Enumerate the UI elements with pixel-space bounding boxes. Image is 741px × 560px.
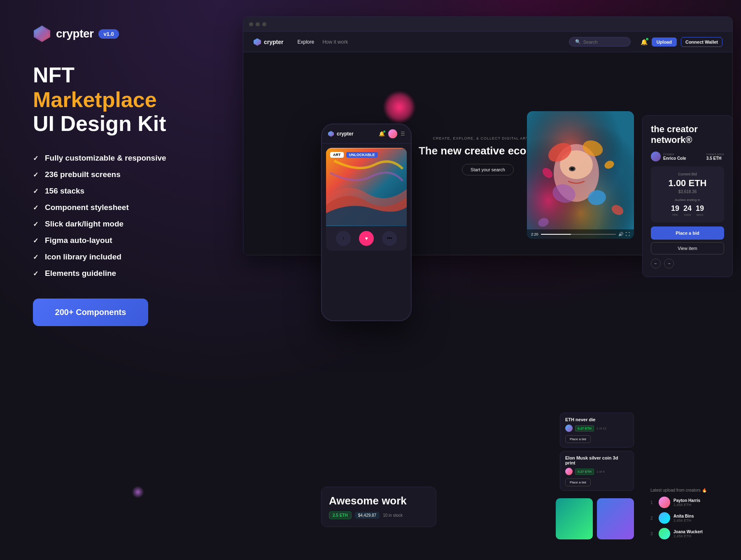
creator-list-item: 2 Anita Bins 2,456 ETH [650, 512, 733, 524]
artwork-info-card: Awesome work 2.5 ETH $4,429.87 10 in sto… [321, 487, 436, 527]
connect-wallet-button[interactable]: Connect Wallet [681, 37, 722, 47]
notification-icon[interactable]: 🔔 [641, 39, 648, 45]
avatar[interactable] [388, 129, 397, 138]
creator-row-info: Payton Harris 2,456 ETH [673, 498, 733, 507]
mobile-logo-text: crypter [337, 131, 354, 137]
creator-network-panel: the creator network® Creator Enrico Cole… [642, 115, 733, 277]
svg-marker-20 [328, 131, 334, 137]
list-item: ✓ Figma auto-layout [33, 236, 185, 245]
creator-network-title: the creator network® [651, 124, 724, 146]
logo-row: crypter v1.0 [33, 25, 185, 43]
check-icon: ✓ [33, 187, 38, 195]
creator-row-eth: 2,456 ETH [673, 518, 733, 523]
nav-actions: 🔔 Upload Connect Wallet [641, 37, 722, 47]
usd-price-badge: $4,429.87 [355, 512, 380, 519]
hamburger-menu-icon[interactable]: ☰ [401, 131, 405, 137]
listing-of: 1 of 4 [597, 470, 605, 474]
stock-count: 10 in stock [383, 513, 403, 518]
headline-line2: UI Design Kit [33, 112, 185, 135]
svg-point-15 [571, 168, 574, 170]
listing-eth: 0.27 ETH [575, 425, 594, 432]
creator-label: Creator [663, 152, 686, 156]
feature-text: Icon library included [45, 252, 121, 261]
auction-timer: 19 Hrs 24 mins 19 secs [657, 204, 718, 217]
next-arrow-button[interactable]: → [664, 259, 674, 268]
like-button[interactable]: ♥ [359, 231, 374, 246]
mobile-mockup: crypter 🔔 ☰ [321, 124, 412, 321]
check-icon: ✓ [33, 204, 38, 212]
creator-row-eth: 2,456 ETH [673, 503, 733, 507]
bid-card: Current Bid 1.00 ETH $3,618.36 Auction e… [651, 166, 724, 222]
creators-list-panel: Latest upload from creators 🔥 1 Payton H… [650, 488, 733, 544]
check-icon: ✓ [33, 270, 38, 278]
creator-row-avatar [659, 497, 670, 508]
eth-listing-item: ETH never die 0.27 ETH 1 of 12 Place a b… [560, 413, 634, 448]
share-button[interactable]: ↑ [336, 231, 351, 246]
artwork-meta: 2.5 ETH $4,429.87 10 in stock [329, 511, 429, 519]
nav-search[interactable]: 🔍 [569, 37, 631, 47]
creator-row-avatar [659, 528, 670, 539]
prev-arrow-button[interactable]: ← [651, 259, 661, 268]
listing-meta: 0.27 ETH 1 of 12 [565, 425, 629, 432]
creator-row-eth: 2,456 ETH [673, 534, 733, 538]
fullscreen-icon[interactable]: ⛶ [626, 232, 630, 236]
eth-price-badge: 2.5 ETH [329, 511, 352, 519]
upload-button[interactable]: Upload [652, 37, 677, 47]
secs-value: 19 [696, 204, 704, 213]
bottom-nft-thumbnails [556, 498, 634, 539]
check-icon: ✓ [33, 171, 38, 179]
logo-text: crypter [56, 27, 93, 40]
progress-bar[interactable] [541, 234, 616, 235]
listing-of: 1 of 12 [597, 427, 606, 430]
creator-rank: 1 [650, 500, 655, 505]
painting-nft-image: 2:20 🔊 ⛶ [527, 111, 634, 239]
list-item: ✓ 156 stacks [33, 187, 185, 196]
feature-text: 236 prebuilt screens [45, 170, 121, 179]
notification-dot [646, 38, 648, 40]
logo-diamond-icon [33, 25, 51, 43]
eth-listing-item: Elon Musk silver coin 3d print 0.27 ETH … [560, 451, 634, 491]
nft-thumb-1 [556, 498, 593, 539]
feature-text: Figma auto-layout [45, 236, 112, 245]
place-bid-small-button[interactable]: Place a bid [565, 435, 591, 443]
creator-row-info: Anita Bins 2,456 ETH [673, 514, 733, 523]
creator-list-item: 3 Joana Wuckert 2,456 ETH [650, 528, 733, 539]
auction-label: Auction ending in [657, 198, 718, 202]
hero-search-button[interactable]: Start your search [462, 164, 514, 175]
mobile-nft-artwork [326, 148, 407, 226]
listing-avatar [565, 425, 573, 432]
more-options-button[interactable]: ••• [382, 231, 397, 246]
creator-row-name: Anita Bins [673, 514, 733, 518]
listing-title: Elon Musk silver coin 3d print [565, 455, 629, 465]
timer-hours: 19 Hrs [671, 204, 679, 217]
feature-text: Component stylesheet [45, 203, 129, 212]
volume-icon[interactable]: 🔊 [618, 232, 623, 236]
place-bid-small-button[interactable]: Place a bid [565, 478, 591, 486]
view-item-button[interactable]: View item [651, 242, 724, 254]
nav-link-explore[interactable]: Explore [297, 39, 314, 45]
video-controls: 2:20 🔊 ⛶ [527, 229, 634, 239]
site-logo-text: crypter [264, 39, 283, 45]
progress-fill [541, 234, 571, 235]
feature-text: Fully customizable & responsive [45, 154, 166, 163]
svg-marker-2 [254, 38, 261, 46]
artwork-title: Awesome work [329, 495, 429, 507]
current-bid-label: Current Bid [657, 172, 718, 176]
list-item: ✓ Elements guideline [33, 269, 185, 278]
listing-avatar [565, 468, 573, 475]
place-bid-button[interactable]: Place a bid [651, 226, 724, 240]
headline-marketplace: Marketplace [33, 88, 157, 112]
list-item: ✓ Slick dark/light mode [33, 219, 185, 229]
mobile-nft-image: ART UNLOCKABLE [326, 148, 407, 226]
nav-link-how[interactable]: How it work [322, 39, 348, 45]
feature-text: Elements guideline [45, 269, 116, 278]
creator-row-avatar [659, 512, 670, 524]
notification-bell-icon[interactable]: 🔔 [379, 131, 385, 137]
search-input[interactable] [583, 40, 624, 44]
mobile-nft-card: ART UNLOCKABLE ↑ ♥ ••• [326, 148, 407, 251]
cta-button[interactable]: 200+ Components [33, 299, 148, 326]
nft-thumb-2 [597, 498, 634, 539]
bid-usd: $3,618.36 [657, 189, 718, 194]
feature-text: 156 stacks [45, 187, 84, 196]
creator-list-item: 1 Payton Harris 2,456 ETH [650, 497, 733, 508]
